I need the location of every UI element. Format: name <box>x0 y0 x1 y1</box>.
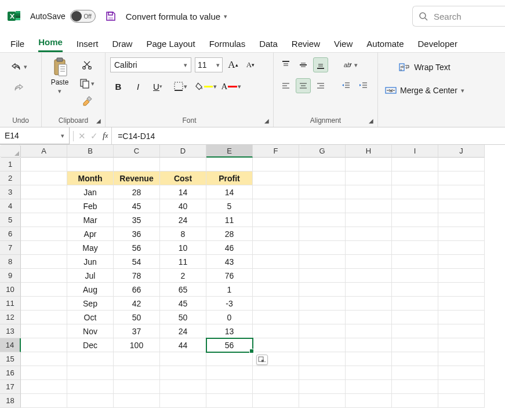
row-header[interactable]: 15 <box>0 352 21 366</box>
cell[interactable]: Month <box>67 171 114 185</box>
enter-formula-button[interactable]: ✓ <box>90 131 98 141</box>
cell[interactable] <box>438 338 485 352</box>
select-all-corner[interactable] <box>0 145 21 158</box>
cell[interactable]: 65 <box>160 283 206 297</box>
cell[interactable]: 28 <box>206 227 253 241</box>
cell[interactable]: 50 <box>160 311 206 324</box>
cell[interactable]: 43 <box>206 255 253 269</box>
row-header[interactable]: 8 <box>0 255 21 269</box>
cell[interactable] <box>160 366 206 380</box>
cell[interactable] <box>392 213 438 227</box>
cell[interactable]: 42 <box>114 297 160 311</box>
cell[interactable] <box>114 380 160 394</box>
cell[interactable] <box>438 199 485 213</box>
copy-button[interactable]: ▾ <box>77 76 97 91</box>
cell[interactable] <box>438 255 485 269</box>
column-header[interactable]: C <box>114 145 160 158</box>
cell[interactable]: 11 <box>206 213 253 227</box>
cell[interactable] <box>438 213 485 227</box>
cell[interactable] <box>21 338 67 352</box>
increase-indent-button[interactable] <box>356 78 371 93</box>
row-header[interactable]: 3 <box>0 185 21 199</box>
cell[interactable] <box>67 366 114 380</box>
cell[interactable] <box>206 366 253 380</box>
row-header[interactable]: 9 <box>0 269 21 283</box>
row-header[interactable]: 14 <box>0 338 21 352</box>
cell[interactable]: 54 <box>114 255 160 269</box>
cell[interactable] <box>346 255 392 269</box>
cell[interactable] <box>346 213 392 227</box>
column-header[interactable]: F <box>253 145 299 158</box>
cell[interactable] <box>299 255 346 269</box>
cell[interactable]: Oct <box>67 311 114 324</box>
cell[interactable]: 45 <box>160 297 206 311</box>
cell[interactable] <box>253 227 299 241</box>
cell[interactable]: Feb <box>67 199 114 213</box>
cell[interactable] <box>438 380 485 394</box>
cell[interactable] <box>253 311 299 324</box>
cell[interactable] <box>253 366 299 380</box>
cell[interactable]: 10 <box>160 241 206 255</box>
cell[interactable] <box>114 352 160 366</box>
cell[interactable] <box>253 158 299 171</box>
tab-view[interactable]: View <box>334 39 353 52</box>
align-top-button[interactable] <box>278 57 293 72</box>
underline-button[interactable]: U▾ <box>150 78 166 94</box>
row-header[interactable]: 16 <box>0 366 21 380</box>
cell[interactable]: -3 <box>206 297 253 311</box>
cell[interactable]: Nov <box>67 324 114 338</box>
align-right-button[interactable] <box>313 78 328 93</box>
cell[interactable]: 100 <box>114 338 160 352</box>
cell[interactable] <box>299 311 346 324</box>
cell[interactable] <box>299 352 346 366</box>
cell[interactable] <box>438 241 485 255</box>
cell[interactable] <box>438 283 485 297</box>
cell[interactable] <box>392 241 438 255</box>
save-button[interactable] <box>104 9 118 23</box>
cell[interactable]: 78 <box>114 269 160 283</box>
cell[interactable]: 8 <box>160 227 206 241</box>
redo-button[interactable] <box>5 79 32 96</box>
cell[interactable]: 5 <box>206 199 253 213</box>
cell[interactable] <box>21 283 67 297</box>
align-left-button[interactable] <box>278 78 293 93</box>
column-header[interactable]: G <box>299 145 346 158</box>
cell[interactable] <box>160 394 206 408</box>
undo-button[interactable]: ▾ <box>5 59 32 75</box>
tab-formulas[interactable]: Formulas <box>209 39 246 52</box>
cell[interactable] <box>346 352 392 366</box>
cell[interactable] <box>299 171 346 185</box>
row-header[interactable]: 17 <box>0 380 21 394</box>
column-header[interactable]: I <box>392 145 438 158</box>
cell[interactable] <box>346 380 392 394</box>
cell[interactable] <box>346 297 392 311</box>
fill-color-button[interactable]: ▾ <box>195 78 217 94</box>
cell[interactable]: 66 <box>114 283 160 297</box>
cell[interactable] <box>346 171 392 185</box>
cell[interactable] <box>206 352 253 366</box>
name-box[interactable]: E14 ▾ <box>0 127 70 144</box>
cell[interactable]: Dec <box>67 338 114 352</box>
cell[interactable] <box>21 158 67 171</box>
row-header[interactable]: 6 <box>0 227 21 241</box>
cell[interactable] <box>299 366 346 380</box>
cell[interactable] <box>392 366 438 380</box>
cell[interactable] <box>392 255 438 269</box>
cell[interactable]: May <box>67 241 114 255</box>
cell[interactable] <box>392 185 438 199</box>
tab-page-layout[interactable]: Page Layout <box>146 39 195 52</box>
cell[interactable] <box>346 241 392 255</box>
cell[interactable] <box>346 227 392 241</box>
tab-insert[interactable]: Insert <box>77 39 99 52</box>
cell[interactable] <box>392 352 438 366</box>
cell[interactable]: 14 <box>160 185 206 199</box>
cell[interactable] <box>67 158 114 171</box>
cell[interactable] <box>392 171 438 185</box>
cell[interactable]: 13 <box>206 324 253 338</box>
cell[interactable]: Profit <box>206 171 253 185</box>
cell[interactable] <box>299 241 346 255</box>
cell[interactable] <box>160 380 206 394</box>
cell[interactable] <box>346 366 392 380</box>
cell[interactable] <box>21 324 67 338</box>
cell[interactable] <box>299 324 346 338</box>
